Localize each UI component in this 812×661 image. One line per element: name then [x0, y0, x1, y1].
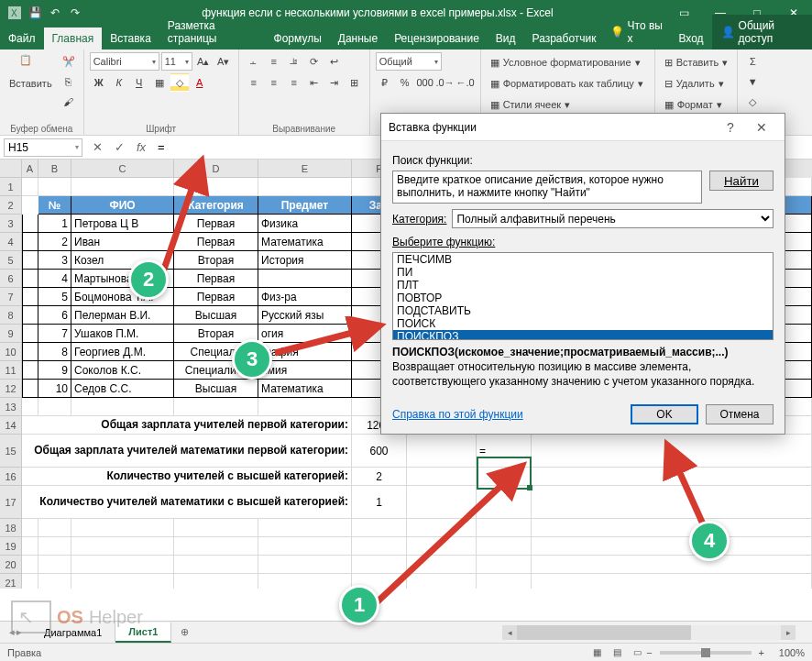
cell[interactable] — [174, 537, 258, 556]
cell[interactable] — [532, 468, 812, 486]
zoom-level[interactable]: 100% — [764, 647, 805, 658]
row-header[interactable]: 20 — [0, 556, 22, 574]
row-header[interactable]: 21 — [0, 574, 22, 589]
cell[interactable] — [22, 306, 38, 325]
row-header[interactable]: 17 — [0, 486, 22, 519]
cell[interactable] — [22, 380, 38, 398]
tab-data[interactable]: Данные — [330, 28, 386, 50]
function-list-item[interactable]: ПИ — [393, 266, 773, 279]
tab-file[interactable]: Файл — [0, 28, 44, 50]
cell[interactable] — [352, 556, 407, 574]
function-list-item[interactable]: ПОИСКПОЗ — [393, 330, 773, 340]
cell[interactable] — [532, 556, 812, 574]
cell[interactable]: 7 — [38, 325, 71, 343]
dialog-help-icon[interactable]: ? — [715, 114, 746, 141]
cell[interactable] — [22, 325, 38, 343]
dialog-close-icon[interactable]: ✕ — [746, 114, 777, 141]
underline-button[interactable]: Ч — [130, 73, 148, 92]
cell[interactable] — [407, 468, 477, 486]
cell[interactable]: Вторая — [174, 251, 258, 270]
cell[interactable] — [71, 398, 174, 416]
cancel-button[interactable]: Отмена — [706, 404, 774, 424]
summary-label[interactable]: Общая зарплата учителей первой категории… — [22, 416, 352, 435]
cell[interactable]: Математика — [258, 233, 352, 251]
row-header[interactable]: 14 — [0, 416, 22, 435]
cell[interactable]: Петрова Ц В — [71, 215, 174, 233]
sign-in[interactable]: Вход — [670, 28, 711, 50]
tab-developer[interactable]: Разработчик — [524, 28, 605, 50]
align-top-icon[interactable]: ⫠ — [245, 52, 263, 71]
decrease-indent-icon[interactable]: ⇤ — [305, 73, 324, 92]
cell[interactable]: 2 — [38, 233, 71, 251]
cell[interactable]: 9 — [38, 361, 71, 380]
conditional-formatting[interactable]: ▦Условное форматирование ▾ — [487, 52, 649, 72]
row-header[interactable]: 19 — [0, 537, 22, 556]
paste-button[interactable]: 📋 Вставить — [5, 52, 56, 122]
row-header[interactable]: 15 — [0, 435, 22, 468]
view-pagebreak-icon[interactable]: ▭ — [628, 645, 646, 660]
search-function-input[interactable] — [392, 171, 702, 204]
cell[interactable] — [532, 435, 812, 468]
cell[interactable]: Русский язы — [258, 306, 352, 325]
cell[interactable]: 3 — [38, 251, 71, 270]
cell[interactable] — [71, 574, 174, 589]
cell[interactable] — [258, 270, 352, 288]
cell[interactable] — [258, 398, 352, 416]
cell[interactable]: № — [38, 196, 71, 215]
redo-icon[interactable]: ↷ — [68, 6, 82, 20]
cell[interactable]: Седов С.С. — [71, 380, 174, 398]
format-painter-icon[interactable]: 🖌 — [60, 93, 78, 111]
undo-icon[interactable]: ↶ — [48, 6, 62, 20]
row-header[interactable]: 2 — [0, 196, 22, 215]
cell[interactable] — [532, 519, 812, 537]
cell[interactable] — [407, 537, 477, 556]
summary-value[interactable]: 600 — [352, 435, 407, 468]
cell[interactable] — [174, 398, 258, 416]
function-list-item[interactable]: ПЛТ — [393, 279, 773, 292]
copy-icon[interactable]: ⎘ — [60, 72, 78, 91]
cell[interactable]: Математика — [258, 380, 352, 398]
cell[interactable]: огия — [258, 325, 352, 343]
comma-icon[interactable]: 000 — [416, 73, 434, 92]
function-list[interactable]: ПЕЧСИМВПИПЛТПОВТОРПОДСТАВИТЬПОИСКПОИСКПО… — [392, 252, 774, 340]
clear-icon[interactable]: ◇ — [743, 93, 762, 111]
view-normal-icon[interactable]: ▦ — [587, 645, 606, 660]
cell[interactable] — [71, 519, 174, 537]
cell[interactable] — [22, 196, 38, 215]
cell[interactable] — [71, 556, 174, 574]
zoom-slider[interactable] — [660, 651, 752, 655]
cell[interactable] — [352, 537, 407, 556]
merge-icon[interactable]: ⊞ — [346, 73, 364, 92]
cell[interactable]: Первая — [174, 270, 258, 288]
cell[interactable] — [407, 574, 477, 589]
dialog-titlebar[interactable]: Вставка функции ? ✕ — [381, 114, 785, 141]
row-header[interactable]: 13 — [0, 398, 22, 416]
cell[interactable] — [407, 435, 477, 468]
row-header[interactable]: 5 — [0, 251, 22, 270]
enter-formula-icon[interactable]: ✓ — [108, 138, 130, 157]
cell[interactable] — [38, 519, 71, 537]
autosum-icon[interactable]: Σ — [743, 52, 762, 71]
row-header[interactable]: 12 — [0, 380, 22, 398]
cell[interactable]: Высшая — [174, 306, 258, 325]
align-bottom-icon[interactable]: ⫡ — [285, 52, 303, 71]
summary-value[interactable]: 2 — [352, 468, 407, 486]
row-header[interactable]: 18 — [0, 519, 22, 537]
cell[interactable] — [477, 486, 532, 519]
cell[interactable] — [352, 519, 407, 537]
cell[interactable]: Первая — [174, 288, 258, 306]
summary-label[interactable]: Количество учителей с высшей категорией: — [22, 468, 352, 486]
cell[interactable] — [22, 233, 38, 251]
cell[interactable] — [174, 178, 258, 196]
row-header[interactable]: 11 — [0, 361, 22, 380]
dec-decimal-icon[interactable]: ←.0 — [456, 73, 475, 92]
cell[interactable]: Категория — [174, 196, 258, 215]
font-size-combo[interactable]: 11 — [161, 52, 192, 71]
cell[interactable] — [477, 574, 532, 589]
tab-home[interactable]: Главная — [44, 28, 103, 50]
ribbon-options-icon[interactable]: ▭ — [665, 0, 702, 26]
increase-indent-icon[interactable]: ⇥ — [325, 73, 344, 92]
tab-formulas[interactable]: Формулы — [266, 28, 330, 50]
cell[interactable] — [22, 343, 38, 361]
cell[interactable] — [174, 556, 258, 574]
